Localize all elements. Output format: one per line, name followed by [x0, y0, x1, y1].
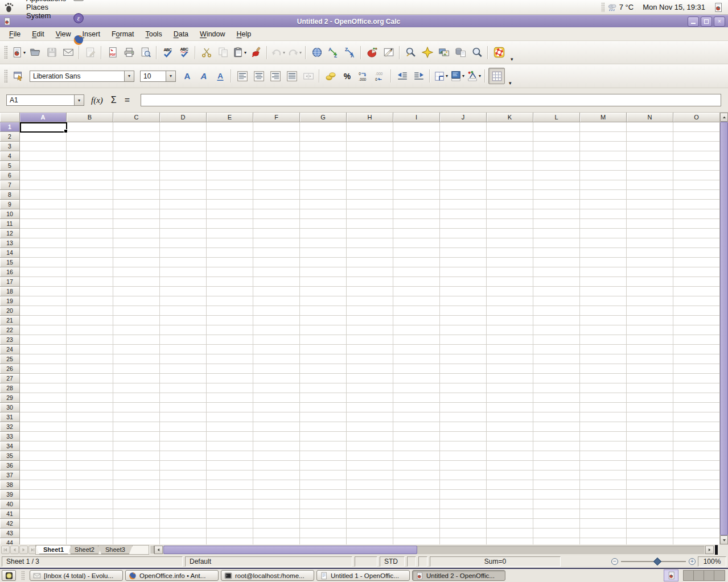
cell-reference-input[interactable] [6, 94, 74, 106]
row-header-4[interactable]: 4 [0, 151, 20, 161]
fill-handle[interactable] [64, 129, 68, 133]
row-header-19[interactable]: 19 [0, 296, 20, 306]
data-sources-button[interactable] [453, 45, 468, 60]
column-header-G[interactable]: G [300, 113, 347, 122]
row-header-37[interactable]: 37 [0, 470, 20, 480]
borders-button[interactable]: ▾ [433, 68, 449, 84]
taskbar-button-5[interactable]: Untitled 2 - OpenOffic... [412, 570, 505, 581]
add-decimal-button[interactable]: 0.000 [356, 68, 371, 84]
row-header-16[interactable]: 16 [0, 267, 20, 277]
minimize-button[interactable] [688, 16, 699, 27]
formula-button[interactable]: = [125, 95, 130, 105]
menu-help[interactable]: Help [231, 28, 257, 40]
align-center-button[interactable] [251, 68, 266, 84]
decrease-indent-button[interactable] [394, 68, 410, 84]
italic-button[interactable]: A [196, 68, 211, 84]
bold-button[interactable]: A [179, 68, 195, 84]
column-header-H[interactable]: H [347, 113, 393, 122]
menu-window[interactable]: Window [194, 28, 231, 40]
row-header-5[interactable]: 5 [0, 161, 20, 171]
vertical-scrollbar[interactable] [719, 113, 728, 544]
function-wizard-button[interactable]: f(x) [91, 96, 103, 105]
taskbar-drag-handle[interactable] [21, 571, 24, 581]
scroll-down-icon[interactable] [720, 535, 728, 544]
row-header-39[interactable]: 39 [0, 490, 20, 500]
row-header-18[interactable]: 18 [0, 287, 20, 296]
open-button[interactable] [27, 45, 43, 60]
emacs-icon[interactable]: ε [73, 13, 84, 24]
row-header-17[interactable]: 17 [0, 277, 20, 287]
new-document-button[interactable]: ▾ [11, 45, 26, 60]
menu-format[interactable]: Format [106, 28, 140, 40]
zoom-button[interactable] [469, 45, 484, 60]
help-button[interactable] [491, 45, 507, 60]
row-header-22[interactable]: 22 [0, 325, 20, 335]
dropdown-arrow-icon[interactable]: ▾ [462, 73, 464, 79]
column-header-O[interactable]: O [673, 113, 719, 122]
row-header-8[interactable]: 8 [0, 190, 20, 200]
zoom-out-icon[interactable]: − [611, 558, 618, 565]
row-header-11[interactable]: 11 [0, 219, 20, 229]
show-draw-functions-button[interactable] [381, 45, 396, 60]
horizontal-scroll-thumb[interactable] [163, 546, 417, 554]
tab-scrollbar-splitter[interactable] [150, 546, 154, 554]
row-header-41[interactable]: 41 [0, 509, 20, 519]
row-header-9[interactable]: 9 [0, 200, 20, 209]
column-header-J[interactable]: J [440, 113, 487, 122]
row-header-24[interactable]: 24 [0, 345, 20, 354]
column-header-I[interactable]: I [393, 113, 440, 122]
column-header-L[interactable]: L [533, 113, 580, 122]
row-header-13[interactable]: 13 [0, 238, 20, 248]
export-pdf-button[interactable]: PDF [105, 45, 120, 60]
sheet-tab-sheet3[interactable]: Sheet3 [98, 546, 133, 554]
workspace-2[interactable] [694, 571, 704, 580]
row-header-1[interactable]: 1 [0, 122, 20, 132]
font-color-button[interactable]: ▾ [466, 68, 482, 84]
next-sheet-icon[interactable] [19, 546, 28, 554]
paste-button[interactable]: ▾ [232, 45, 247, 60]
sort-descending-button[interactable]: ZA [342, 45, 357, 60]
row-header-7[interactable]: 7 [0, 180, 20, 190]
close-button[interactable]: × [714, 16, 725, 27]
merge-cells-button[interactable] [301, 68, 316, 84]
font-name-input[interactable] [30, 71, 124, 82]
background-color-button[interactable]: ▾ [450, 68, 465, 84]
maximize-button[interactable] [701, 16, 712, 27]
print-button[interactable] [121, 45, 137, 60]
sort-ascending-button[interactable]: AZ [326, 45, 341, 60]
row-header-35[interactable]: 35 [0, 451, 20, 461]
row-header-31[interactable]: 31 [0, 412, 20, 422]
column-header-K[interactable]: K [487, 113, 533, 122]
row-header-40[interactable]: 40 [0, 500, 20, 509]
column-header-B[interactable]: B [67, 113, 113, 122]
panel-menu-places[interactable]: Places [19, 3, 73, 11]
chevron-down-icon[interactable]: ▾ [74, 94, 84, 106]
row-header-43[interactable]: 43 [0, 529, 20, 538]
dropdown-arrow-icon[interactable]: ▾ [446, 73, 448, 79]
undo-button[interactable]: ▾ [270, 45, 286, 60]
sheet-tab-sheet2[interactable]: Sheet2 [67, 546, 102, 554]
chevron-down-icon[interactable]: ▾ [124, 71, 134, 82]
spellcheck-button[interactable]: ABC [160, 45, 175, 60]
row-header-2[interactable]: 2 [0, 132, 20, 142]
row-header-6[interactable]: 6 [0, 171, 20, 180]
row-header-32[interactable]: 32 [0, 422, 20, 432]
dropdown-arrow-icon[interactable]: ▾ [283, 50, 285, 55]
currency-button[interactable] [323, 68, 338, 84]
taskbar-button-1[interactable]: [Inbox (4 total) - Evolu... [30, 570, 123, 581]
vertical-scroll-thumb[interactable] [720, 122, 728, 535]
status-page-style[interactable]: Default [185, 556, 352, 567]
row-header-12[interactable]: 12 [0, 229, 20, 238]
menu-data[interactable]: Data [168, 28, 194, 40]
row-header-28[interactable]: 28 [0, 383, 20, 393]
gnome-logo-icon[interactable] [3, 2, 15, 13]
row-header-42[interactable]: 42 [0, 519, 20, 529]
horizontal-scrollbar[interactable] [163, 546, 705, 554]
underline-button[interactable]: A [212, 68, 228, 84]
select-all-corner[interactable] [0, 113, 20, 122]
row-header-29[interactable]: 29 [0, 393, 20, 403]
openoffice-quickstarter-icon[interactable] [713, 2, 728, 13]
row-header-36[interactable]: 36 [0, 461, 20, 470]
clock-applet[interactable]: Mon Nov 15, 19:31 [643, 3, 705, 11]
dropdown-arrow-icon[interactable]: ▾ [244, 50, 246, 55]
